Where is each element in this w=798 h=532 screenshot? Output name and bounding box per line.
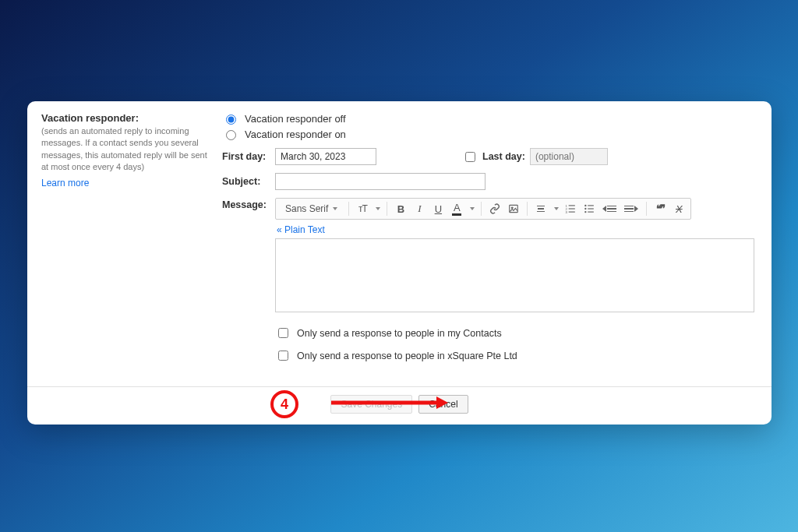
radio-responder-on[interactable]: Vacation responder on [222, 128, 757, 140]
indent-less-icon[interactable] [601, 201, 618, 217]
svg-point-10 [585, 208, 587, 210]
svg-rect-13 [588, 212, 595, 213]
first-day-input[interactable] [275, 148, 376, 165]
font-family-select[interactable]: Sans Serif [281, 202, 342, 216]
section-right: Vacation responder off Vacation responde… [222, 112, 757, 371]
only-contacts-label: Only send a response to people in my Con… [297, 328, 502, 339]
svg-rect-5 [569, 208, 575, 209]
radio-responder-off[interactable]: Vacation responder off [222, 112, 757, 125]
chevron-down-icon [376, 207, 380, 210]
svg-point-12 [585, 211, 587, 213]
text-color-button[interactable]: A [450, 201, 464, 217]
svg-rect-11 [588, 208, 595, 209]
font-size-button[interactable]: тT [355, 201, 369, 217]
footer-bar: Save Changes Cancel [27, 386, 772, 425]
only-domain-label: Only send a response to people in xSquar… [297, 351, 517, 361]
last-day-checkbox[interactable] [465, 152, 475, 162]
quote-icon[interactable]: ❝❞ [653, 201, 667, 217]
underline-button[interactable]: U [431, 201, 445, 217]
save-changes-button[interactable]: Save Changes [330, 395, 412, 414]
message-label: Message: [222, 198, 267, 210]
plain-text-link[interactable]: « Plain Text [277, 224, 325, 235]
svg-rect-3 [569, 205, 575, 206]
settings-panel: Vacation responder: (sends an automated … [27, 101, 772, 425]
editor-wrap: Sans Serif тT B I U A [275, 198, 757, 363]
chevron-down-icon [554, 207, 559, 210]
radio-off-label: Vacation responder off [245, 113, 346, 125]
annotation-step-number: 4 [270, 390, 298, 418]
message-row: Message: Sans Serif тT B I U A [222, 198, 757, 363]
chevron-down-icon [333, 207, 337, 210]
subject-row: Subject: [222, 173, 757, 190]
svg-rect-9 [588, 205, 595, 206]
svg-point-8 [585, 205, 587, 206]
section-help-text: (sends an automated reply to incoming me… [41, 125, 214, 174]
chevron-down-icon [470, 207, 475, 210]
remove-format-icon[interactable]: X [672, 201, 686, 217]
image-icon[interactable] [507, 201, 521, 217]
subject-input[interactable] [275, 173, 486, 190]
radio-on-input[interactable] [226, 130, 236, 140]
svg-point-1 [512, 207, 514, 209]
subject-label: Subject: [222, 176, 267, 187]
only-domain-row[interactable]: Only send a response to people in xSquar… [275, 348, 757, 363]
bold-button[interactable]: B [394, 201, 408, 217]
message-textarea[interactable] [275, 238, 754, 312]
only-contacts-checkbox[interactable] [278, 328, 288, 338]
svg-text:3: 3 [566, 210, 568, 214]
rich-text-toolbar: Sans Serif тT B I U A [275, 198, 691, 220]
bullet-list-icon[interactable] [582, 201, 596, 217]
last-day-wrap: Last day: [462, 148, 608, 165]
first-day-label: First day: [222, 151, 267, 162]
align-icon[interactable] [534, 201, 548, 217]
section-left: Vacation responder: (sends an automated … [41, 112, 214, 371]
only-domain-checkbox[interactable] [278, 351, 288, 361]
cancel-button[interactable]: Cancel [418, 395, 468, 414]
italic-button[interactable]: I [412, 201, 426, 217]
radio-on-label: Vacation responder on [245, 129, 346, 140]
numbered-list-icon[interactable]: 123 [563, 201, 577, 217]
radio-off-input[interactable] [226, 115, 236, 125]
indent-more-icon[interactable] [623, 201, 640, 217]
first-day-row: First day: Last day: [222, 148, 757, 165]
learn-more-link[interactable]: Learn more [41, 178, 89, 188]
only-contacts-row[interactable]: Only send a response to people in my Con… [275, 326, 757, 340]
link-icon[interactable] [488, 201, 502, 217]
svg-rect-7 [569, 212, 575, 213]
section-title: Vacation responder: [41, 112, 214, 124]
last-day-label: Last day: [482, 151, 525, 162]
last-day-input [530, 148, 608, 165]
